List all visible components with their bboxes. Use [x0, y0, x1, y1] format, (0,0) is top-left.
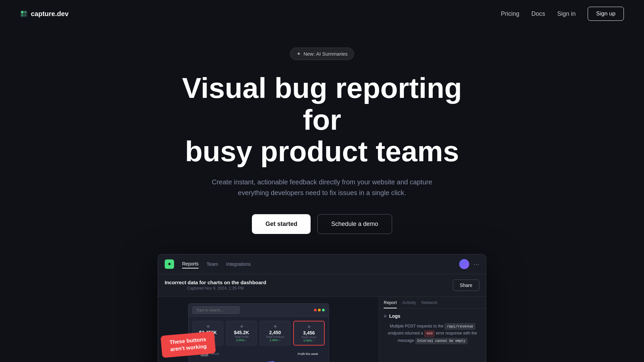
panel-content: ≡ Logs Multiple POST requests to the /ap… — [379, 309, 486, 362]
svg-rect-2 — [24, 11, 26, 13]
nav-signin[interactable]: Sign in — [557, 10, 576, 17]
app-preview: ✦ Reports Team Integrations ⋯ Incorrect … — [158, 254, 486, 362]
app-window: ✦ Reports Team Integrations ⋯ Incorrect … — [158, 254, 486, 362]
menu-dots-icon[interactable]: ⋯ — [473, 260, 479, 268]
logs-title: ≡ Logs — [384, 313, 481, 319]
svg-rect-1 — [21, 11, 23, 13]
stat-label-3: Total Users — [297, 336, 321, 339]
panel-tab-network[interactable]: Network — [421, 300, 437, 308]
issue-info: Incorrect data for charts on the dashboa… — [165, 280, 266, 291]
dash-search-bar — [189, 304, 329, 317]
dot-yellow — [318, 309, 321, 311]
sparkle-icon: ✦ — [297, 51, 301, 57]
callout-bubble: These buttons aren't working — [160, 331, 216, 358]
svg-rect-3 — [21, 14, 23, 16]
dash-dots — [314, 309, 325, 311]
stat-icon-0: ◈ — [196, 324, 220, 328]
stat-icon-2: ◈ — [263, 324, 287, 328]
svg-rect-0 — [20, 10, 28, 17]
stat-change-2: 2.99% ↑ — [263, 339, 287, 342]
log-body: Multiple POST requests to the /api/reven… — [384, 323, 481, 344]
stat-change-3: 0.99% ↑ — [297, 339, 321, 342]
log-text-2: endpoint returned a — [388, 331, 423, 336]
log-error-msg: Interval cannot be empty — [415, 338, 468, 344]
stat-change-1: 3.55% ↑ — [230, 339, 253, 342]
stat-card-1: ◈ $45.2K Total Profit 3.55% ↑ — [226, 321, 257, 346]
hero-buttons: Get started Schedule a demo — [13, 214, 631, 234]
stat-icon-1: ◈ — [230, 324, 253, 328]
app-nav-right: ⋯ — [459, 259, 479, 269]
bar-chart — [291, 357, 325, 362]
hero-section: ✦ New: AI Summaries Visual bug reporting… — [0, 27, 644, 362]
stat-value-1: $45.2K — [230, 330, 253, 335]
stat-label-2: Total Produce — [263, 335, 287, 339]
svg-rect-4 — [24, 14, 26, 16]
logo[interactable]: capture.dev — [20, 10, 68, 18]
app-navbar: ✦ Reports Team Integrations ⋯ — [158, 254, 486, 274]
stat-icon-3: ◈ — [297, 324, 321, 329]
hero-headline: Visual bug reporting for busy product te… — [171, 72, 473, 167]
dot-red — [314, 309, 317, 311]
get-started-button[interactable]: Get started — [252, 214, 311, 234]
app-tab-integrations[interactable]: Integrations — [226, 260, 251, 268]
logs-panel: Report Activity Network ≡ Logs Multiple … — [379, 297, 486, 362]
nav-links: Pricing Docs Sign in Sign up — [501, 7, 624, 21]
share-button[interactable]: Share — [453, 280, 479, 291]
nav-pricing[interactable]: Pricing — [501, 10, 519, 17]
stat-value-3: 3,456 — [297, 330, 321, 336]
schedule-demo-button[interactable]: Schedule a demo — [317, 214, 392, 234]
stat-card-3: ◈ 3,456 Total Users 0.99% ↑ — [293, 321, 325, 346]
log-code-1: /api/revenue — [444, 323, 475, 330]
navbar: capture.dev Pricing Docs Sign in Sign up — [0, 0, 644, 27]
issue-date: Captured Nov 9, 2024, 1:35 PM — [165, 286, 266, 291]
signup-button[interactable]: Sign up — [588, 7, 624, 21]
app-tab-team[interactable]: Team — [207, 260, 218, 268]
stat-value-2: 2,450 — [263, 330, 287, 335]
logs-icon: ≡ — [384, 313, 386, 319]
ai-badge[interactable]: ✦ New: AI Summaries — [290, 48, 354, 60]
panel-tabs: Report Activity Network — [379, 297, 486, 309]
line-chart — [193, 358, 288, 362]
chart-right: Profit this week — [291, 352, 325, 362]
dash-search-input[interactable] — [193, 306, 239, 314]
panel-tab-activity[interactable]: Activity — [402, 300, 416, 308]
stat-card-2: ◈ 2,450 Total Produce 2.99% ↑ — [260, 321, 290, 346]
badge-label: New: AI Summaries — [304, 51, 348, 57]
log-text-1: Multiple POST requests to the — [390, 324, 443, 328]
issue-title: Incorrect data for charts on the dashboa… — [165, 280, 266, 285]
chart-right-title: Profit this week — [291, 352, 325, 356]
app-logo-icon: ✦ — [165, 259, 174, 269]
dot-green — [322, 309, 325, 311]
panel-tab-report[interactable]: Report — [384, 300, 397, 308]
screenshot-area: ◈ $3.456K Total views 0.45% ↑ ◈ $45.2K T… — [158, 297, 379, 362]
app-avatar — [459, 259, 469, 269]
issue-header: Incorrect data for charts on the dashboa… — [158, 274, 486, 297]
app-content: ◈ $3.456K Total views 0.45% ↑ ◈ $45.2K T… — [158, 297, 486, 362]
stat-label-1: Total Profit — [230, 335, 253, 339]
logs-heading: Logs — [389, 313, 400, 319]
log-error-code: 400 — [424, 330, 435, 337]
hero-subtitle: Create instant, actionable feedback dire… — [205, 177, 439, 198]
nav-docs[interactable]: Docs — [531, 10, 545, 17]
app-tab-reports[interactable]: Reports — [182, 260, 199, 268]
